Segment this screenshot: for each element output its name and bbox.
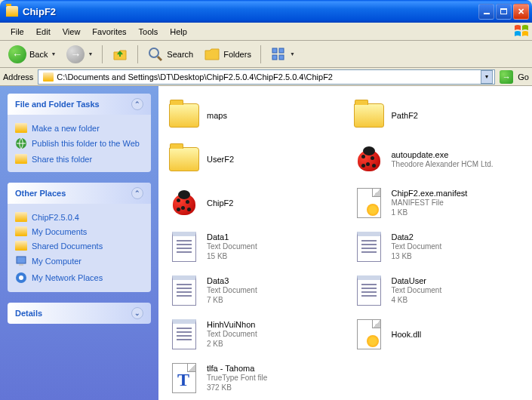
- panel-header[interactable]: Other Places ⌃: [8, 183, 151, 204]
- up-button[interactable]: [108, 44, 132, 65]
- place-mydocs[interactable]: My Documents: [15, 224, 143, 238]
- menu-tools[interactable]: Tools: [133, 24, 165, 39]
- file-size: 13 KB: [392, 251, 442, 261]
- file-name: autoupdate.exe: [392, 150, 494, 159]
- place-label: My Computer: [32, 257, 81, 266]
- file-meta: Theodore Alexander HCM Ltd.: [392, 159, 494, 169]
- place-mycomp[interactable]: My Computer: [15, 253, 143, 269]
- font-file-icon: T: [172, 363, 196, 393]
- separator: [102, 45, 103, 63]
- text-file-icon: [357, 275, 381, 306]
- file-name: DataUser: [392, 276, 442, 285]
- file-name: HinhVuiNhon: [207, 320, 257, 329]
- close-button[interactable]: ✕: [513, 4, 529, 20]
- title-bar: ChipF2 ✕: [0, 0, 532, 23]
- address-input[interactable]: C:\Documents and Settings\DT\Desktop\Chi…: [38, 69, 495, 85]
- panel-title: Other Places: [15, 189, 66, 198]
- place-label: My Network Places: [32, 273, 103, 282]
- minimize-button[interactable]: [478, 4, 494, 20]
- bug-icon: [355, 147, 383, 171]
- file-item-chipf2[interactable]: ChipF2: [165, 183, 342, 223]
- folders-label: Folders: [223, 50, 251, 59]
- svg-point-10: [19, 275, 23, 280]
- menu-favorites[interactable]: Favorites: [86, 24, 132, 39]
- go-label[interactable]: Go: [518, 72, 529, 82]
- file-size: 4 KB: [392, 295, 442, 305]
- file-name: PathF2: [392, 111, 418, 120]
- place-parent[interactable]: ChipF2.5.0.4: [15, 210, 143, 224]
- file-item-manifest[interactable]: ChipF2.exe.manifestMANIFEST File1 KB: [349, 183, 527, 223]
- folder-icon: [6, 6, 18, 17]
- folder-icon: [169, 103, 199, 128]
- menu-view[interactable]: View: [57, 24, 87, 39]
- panel-title: Details: [15, 309, 42, 318]
- menu-file[interactable]: File: [5, 24, 30, 39]
- file-item-hinh[interactable]: HinhVuiNhonText Document2 KB: [165, 314, 342, 355]
- menu-help[interactable]: Help: [164, 24, 193, 39]
- file-item-data1[interactable]: Data1Text Document15 KB: [165, 226, 342, 267]
- file-name: Data2: [392, 232, 442, 242]
- windows-logo-icon: [514, 24, 529, 38]
- place-shared[interactable]: Shared Documents: [15, 238, 143, 253]
- network-icon: [15, 272, 27, 284]
- file-item-userf2[interactable]: UserF2: [165, 139, 342, 180]
- folder-icon: [15, 212, 27, 222]
- address-bar: Address C:\Documents and Settings\DT\Des…: [0, 68, 532, 86]
- chevron-down-icon: ▼: [51, 51, 56, 57]
- file-item-autoupdate[interactable]: autoupdate.exeTheodore Alexander HCM Ltd…: [349, 139, 527, 180]
- file-item-pathf2[interactable]: PathF2: [349, 95, 527, 136]
- computer-icon: [15, 255, 27, 267]
- svg-rect-4: [272, 55, 277, 60]
- file-name: maps: [207, 111, 227, 120]
- svg-rect-3: [279, 48, 284, 53]
- back-icon: ←: [8, 45, 26, 63]
- text-file-icon: [172, 232, 196, 262]
- panel-header[interactable]: File and Folder Tasks ⌃: [8, 94, 151, 115]
- folder-icon: [354, 103, 384, 128]
- manifest-icon: [357, 188, 381, 218]
- task-label: Share this folder: [32, 155, 92, 164]
- file-name: ChipF2: [207, 198, 233, 208]
- back-button[interactable]: ← Back ▼: [5, 43, 60, 66]
- task-label: Make a new folder: [32, 124, 100, 133]
- svg-rect-7: [17, 257, 26, 263]
- place-network[interactable]: My Network Places: [15, 269, 143, 286]
- folder-icon: [15, 241, 27, 251]
- forward-button[interactable]: → ▼: [63, 43, 97, 66]
- panel-title: File and Folder Tasks: [15, 100, 100, 109]
- file-folder-tasks-panel: File and Folder Tasks ⌃ Make a new folde…: [8, 94, 151, 172]
- task-new-folder[interactable]: Make a new folder: [15, 121, 143, 135]
- svg-point-0: [149, 48, 158, 57]
- views-button[interactable]: ▼: [266, 44, 299, 65]
- file-item-data3[interactable]: Data3Text Document7 KB: [165, 270, 342, 311]
- file-item-data2[interactable]: Data2Text Document13 KB: [349, 226, 527, 267]
- file-item-tlfa[interactable]: T tlfa - TahomaTrueType Font file372 KB: [165, 358, 342, 398]
- folder-icon: [169, 147, 199, 171]
- file-size: 15 KB: [207, 251, 257, 261]
- menu-edit[interactable]: Edit: [30, 24, 57, 39]
- panel-header[interactable]: Details ⌄: [8, 303, 151, 324]
- file-type: Text Document: [207, 242, 257, 251]
- forward-icon: →: [66, 45, 85, 63]
- task-share[interactable]: Share this folder: [15, 152, 143, 166]
- go-button-icon[interactable]: →: [500, 70, 513, 84]
- folders-icon: [204, 46, 220, 63]
- menu-bar: File Edit View Favorites Tools Help: [0, 23, 532, 41]
- task-label: Publish this folder to the Web: [32, 139, 140, 148]
- bug-icon: [171, 191, 198, 215]
- folder-icon: [15, 154, 27, 164]
- search-label: Search: [167, 50, 193, 59]
- up-folder-icon: [112, 46, 128, 63]
- file-item-hook[interactable]: Hook.dll: [349, 314, 527, 355]
- folders-button[interactable]: Folders: [200, 44, 255, 65]
- separator: [137, 45, 138, 63]
- address-dropdown[interactable]: ▾: [481, 70, 493, 84]
- file-type: Text Document: [207, 285, 257, 295]
- task-publish[interactable]: Publish this folder to the Web: [15, 135, 143, 152]
- maximize-button[interactable]: [496, 4, 512, 20]
- file-item-maps[interactable]: maps: [165, 95, 342, 136]
- file-type: TrueType Font file: [207, 373, 267, 383]
- file-item-datauser[interactable]: DataUserText Document4 KB: [349, 270, 527, 311]
- search-button[interactable]: Search: [143, 44, 197, 65]
- file-name: ChipF2.exe.manifest: [392, 189, 468, 198]
